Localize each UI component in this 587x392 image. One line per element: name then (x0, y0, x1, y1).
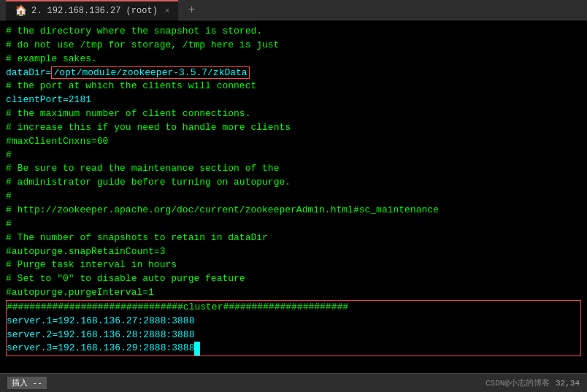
line-18: #autopurge.purgeInterval=1 (6, 286, 581, 300)
tab-label: 2. 192.168.136.27 (root) (31, 6, 158, 16)
titlebar: 🏠 2. 192.168.136.27 (root) × + (0, 0, 587, 20)
watermark: CSDN@小志的博客 (486, 377, 550, 388)
new-tab-button[interactable]: + (183, 3, 200, 18)
line-server3: server.3=192.168.136.29:2888:3888 (7, 342, 580, 356)
line-1: # the directory where the snapshot is st… (6, 25, 581, 39)
tab-icon: 🏠 (15, 4, 27, 17)
line-11: # (6, 190, 581, 204)
line-4: # the port at which the clients will con… (6, 80, 581, 93)
line-2: # do not use /tmp for storage, /tmp here… (6, 39, 581, 53)
line-14: # The number of snapshots to retain in d… (6, 231, 581, 245)
cluster-section: ###############################cluster##… (6, 300, 581, 356)
line-6: # increase this if you need to handle mo… (6, 121, 581, 135)
active-tab[interactable]: 🏠 2. 192.168.136.27 (root) × (6, 0, 178, 20)
line-16: # Purge task interval in hours (6, 258, 581, 272)
statusbar-right: CSDN@小志的博客 32,34 (486, 377, 580, 388)
line-12: # http://zookeeper.apache.org/doc/curren… (6, 204, 581, 218)
line-17: # Set to "0" to disable auto purge featu… (6, 272, 581, 286)
line-datadir: dataDir=/opt/module/zookeeper-3.5.7/zkDa… (6, 66, 581, 80)
line-9: # Be sure to read the maintenance sectio… (6, 162, 581, 176)
cursor-position: 32,34 (556, 379, 580, 388)
line-3: # example sakes. (6, 53, 581, 66)
line-13: # (6, 218, 581, 231)
line-10: # administrator guide before turning on … (6, 176, 581, 190)
line-clientport: clientPort=2181 (6, 93, 581, 107)
line-server1: server.1=192.168.136.27:2888:3888 (7, 315, 580, 328)
terminal-content: # the directory where the snapshot is st… (0, 20, 587, 373)
tab-close-button[interactable]: × (165, 7, 170, 15)
line-7: #maxClientCnxns=60 (6, 135, 581, 149)
line-server2: server.2=192.168.136.28:2888:3888 (7, 328, 580, 342)
line-cluster: ###############################cluster##… (7, 301, 580, 315)
statusbar-left: 插入 -- (7, 377, 47, 389)
line-15: #autopurge.snapRetainCount=3 (6, 245, 581, 259)
line-5: # the maximum number of client connectio… (6, 107, 581, 121)
line-8: # (6, 149, 581, 163)
statusbar: 插入 -- CSDN@小志的博客 32,34 (0, 373, 587, 392)
editor-mode: 插入 -- (7, 377, 47, 389)
